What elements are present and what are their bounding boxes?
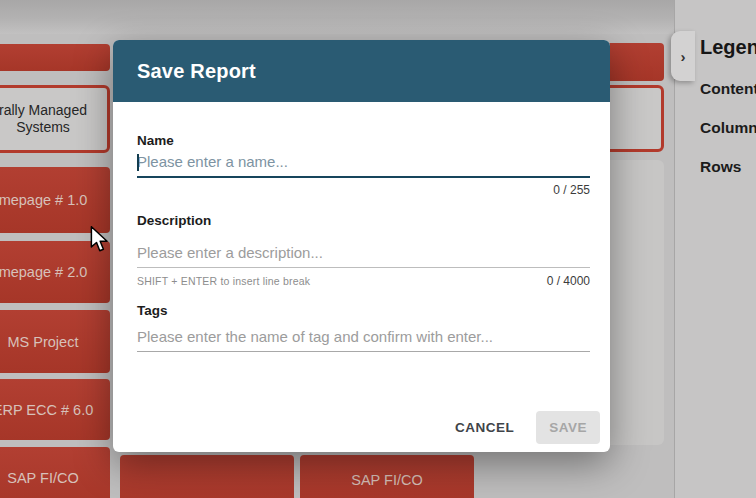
chevron-right-icon: › xyxy=(681,48,686,65)
name-char-counter: 0 / 255 xyxy=(553,183,590,197)
name-input[interactable] xyxy=(137,153,590,178)
report-card[interactable] xyxy=(0,44,110,71)
tags-label: Tags xyxy=(137,303,168,318)
save-button[interactable]: SAVE xyxy=(536,411,600,444)
description-field-wrap xyxy=(137,244,590,268)
description-helper-text: SHIFT + ENTER to insert line break xyxy=(137,275,310,287)
report-card[interactable]: rally Managed Systems xyxy=(0,85,110,153)
legend-section-rows[interactable]: Rows xyxy=(700,158,741,176)
dialog-header: Save Report xyxy=(113,40,610,102)
cancel-button[interactable]: CANCEL xyxy=(441,411,528,444)
save-report-dialog: Save Report Name 0 / 255 Description SHI… xyxy=(113,40,610,452)
dialog-title: Save Report xyxy=(137,60,256,83)
description-input[interactable] xyxy=(137,244,590,268)
report-card[interactable]: mepage # 1.0 xyxy=(0,167,110,233)
report-card[interactable]: SAP FI/CO xyxy=(300,455,474,498)
mouse-cursor-icon xyxy=(90,226,109,253)
report-card[interactable]: SAP FI/CO xyxy=(0,447,110,498)
text-caret xyxy=(137,154,139,171)
legend-title: Legend xyxy=(700,36,756,59)
legend-section-content[interactable]: Content xyxy=(700,80,756,98)
report-card[interactable] xyxy=(120,455,294,498)
dialog-actions: CANCEL SAVE xyxy=(441,411,600,444)
tags-input[interactable] xyxy=(137,328,590,352)
app-screen: rally Managed Systems mepage # 1.0 mepag… xyxy=(0,0,756,498)
description-label: Description xyxy=(137,213,211,228)
description-char-counter: 0 / 4000 xyxy=(547,274,590,288)
name-field-wrap xyxy=(137,153,590,178)
description-helper-row: SHIFT + ENTER to insert line break 0 / 4… xyxy=(137,274,590,288)
toolbar-shade xyxy=(0,0,756,34)
name-label: Name xyxy=(137,133,174,148)
report-card[interactable]: MS Project xyxy=(0,310,110,373)
legend-section-columns[interactable]: Columns xyxy=(700,119,756,137)
report-card[interactable]: ERP ECC # 6.0 xyxy=(0,379,110,440)
legend-collapse-tab[interactable]: › xyxy=(671,31,695,81)
tags-field-wrap xyxy=(137,328,590,352)
